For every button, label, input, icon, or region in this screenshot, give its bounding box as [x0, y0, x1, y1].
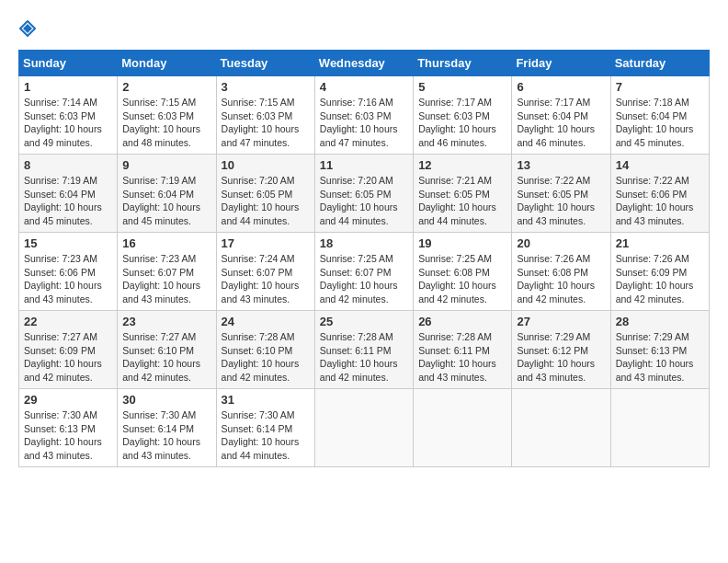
- page-header: [18, 18, 710, 35]
- calendar-day-cell: 23Sunrise: 7:27 AM Sunset: 6:10 PM Dayli…: [118, 311, 216, 389]
- calendar-day-cell: 26Sunrise: 7:28 AM Sunset: 6:11 PM Dayli…: [414, 311, 512, 389]
- day-info: Sunrise: 7:22 AM Sunset: 6:05 PM Dayligh…: [517, 174, 605, 228]
- day-info: Sunrise: 7:28 AM Sunset: 6:11 PM Dayligh…: [320, 330, 408, 385]
- calendar-weekday-header: Wednesday: [314, 51, 413, 76]
- calendar-day-cell: 15Sunrise: 7:23 AM Sunset: 6:06 PM Dayli…: [19, 233, 118, 311]
- calendar-day-cell: [314, 389, 413, 467]
- day-number: 4: [320, 80, 408, 94]
- day-info: Sunrise: 7:23 AM Sunset: 6:07 PM Dayligh…: [122, 252, 210, 306]
- day-info: Sunrise: 7:23 AM Sunset: 6:06 PM Dayligh…: [24, 252, 112, 306]
- day-info: Sunrise: 7:15 AM Sunset: 6:03 PM Dayligh…: [222, 96, 310, 150]
- day-info: Sunrise: 7:19 AM Sunset: 6:04 PM Dayligh…: [122, 174, 210, 228]
- day-number: 25: [320, 315, 408, 328]
- day-number: 30: [122, 393, 210, 407]
- calendar-day-cell: 19Sunrise: 7:25 AM Sunset: 6:08 PM Dayli…: [414, 233, 512, 311]
- day-number: 10: [222, 158, 310, 172]
- day-info: Sunrise: 7:30 AM Sunset: 6:14 PM Dayligh…: [222, 408, 310, 463]
- day-number: 17: [222, 236, 310, 250]
- calendar-day-cell: 6Sunrise: 7:17 AM Sunset: 6:04 PM Daylig…: [512, 76, 610, 155]
- day-info: Sunrise: 7:26 AM Sunset: 6:08 PM Dayligh…: [517, 252, 605, 306]
- calendar-day-cell: 10Sunrise: 7:20 AM Sunset: 6:05 PM Dayli…: [216, 155, 314, 233]
- day-number: 1: [24, 80, 112, 94]
- day-number: 12: [418, 158, 506, 172]
- calendar-weekday-header: Tuesday: [216, 51, 314, 76]
- day-number: 24: [222, 315, 310, 328]
- logo: [18, 18, 37, 35]
- calendar-day-cell: 21Sunrise: 7:26 AM Sunset: 6:09 PM Dayli…: [610, 233, 709, 311]
- calendar-week-row: 15Sunrise: 7:23 AM Sunset: 6:06 PM Dayli…: [19, 233, 710, 311]
- calendar-day-cell: 22Sunrise: 7:27 AM Sunset: 6:09 PM Dayli…: [19, 311, 118, 389]
- calendar-day-cell: 18Sunrise: 7:25 AM Sunset: 6:07 PM Dayli…: [314, 233, 413, 311]
- calendar-day-cell: [610, 389, 709, 467]
- calendar-day-cell: [512, 389, 610, 467]
- day-info: Sunrise: 7:17 AM Sunset: 6:04 PM Dayligh…: [517, 96, 605, 150]
- day-info: Sunrise: 7:25 AM Sunset: 6:08 PM Dayligh…: [418, 252, 506, 306]
- day-info: Sunrise: 7:19 AM Sunset: 6:04 PM Dayligh…: [24, 174, 112, 228]
- day-number: 23: [122, 315, 210, 328]
- calendar-weekday-header: Thursday: [414, 51, 512, 76]
- day-number: 19: [418, 236, 506, 250]
- calendar-day-cell: 30Sunrise: 7:30 AM Sunset: 6:14 PM Dayli…: [118, 389, 216, 467]
- calendar-week-row: 8Sunrise: 7:19 AM Sunset: 6:04 PM Daylig…: [19, 155, 710, 233]
- day-info: Sunrise: 7:17 AM Sunset: 6:03 PM Dayligh…: [418, 96, 506, 150]
- day-info: Sunrise: 7:27 AM Sunset: 6:09 PM Dayligh…: [24, 330, 112, 385]
- calendar-day-cell: 7Sunrise: 7:18 AM Sunset: 6:04 PM Daylig…: [610, 76, 709, 155]
- day-info: Sunrise: 7:27 AM Sunset: 6:10 PM Dayligh…: [122, 330, 210, 385]
- day-info: Sunrise: 7:20 AM Sunset: 6:05 PM Dayligh…: [320, 174, 408, 228]
- day-number: 3: [222, 80, 310, 94]
- calendar-weekday-header: Saturday: [610, 51, 709, 76]
- day-info: Sunrise: 7:16 AM Sunset: 6:03 PM Dayligh…: [320, 96, 408, 150]
- day-info: Sunrise: 7:26 AM Sunset: 6:09 PM Dayligh…: [616, 252, 704, 306]
- day-info: Sunrise: 7:25 AM Sunset: 6:07 PM Dayligh…: [320, 252, 408, 306]
- calendar-day-cell: 5Sunrise: 7:17 AM Sunset: 6:03 PM Daylig…: [414, 76, 512, 155]
- day-info: Sunrise: 7:28 AM Sunset: 6:11 PM Dayligh…: [418, 330, 506, 385]
- calendar-day-cell: 25Sunrise: 7:28 AM Sunset: 6:11 PM Dayli…: [314, 311, 413, 389]
- day-number: 9: [122, 158, 210, 172]
- day-number: 6: [517, 80, 605, 94]
- calendar-week-row: 29Sunrise: 7:30 AM Sunset: 6:13 PM Dayli…: [19, 389, 710, 467]
- calendar-header-row: SundayMondayTuesdayWednesdayThursdayFrid…: [19, 51, 710, 76]
- day-number: 31: [222, 393, 310, 407]
- day-number: 26: [418, 315, 506, 328]
- calendar-day-cell: 27Sunrise: 7:29 AM Sunset: 6:12 PM Dayli…: [512, 311, 610, 389]
- day-info: Sunrise: 7:29 AM Sunset: 6:13 PM Dayligh…: [616, 330, 704, 385]
- calendar-day-cell: 13Sunrise: 7:22 AM Sunset: 6:05 PM Dayli…: [512, 155, 610, 233]
- calendar-weekday-header: Friday: [512, 51, 610, 76]
- day-number: 16: [122, 236, 210, 250]
- day-number: 22: [24, 315, 112, 328]
- calendar-day-cell: 11Sunrise: 7:20 AM Sunset: 6:05 PM Dayli…: [314, 155, 413, 233]
- calendar-week-row: 1Sunrise: 7:14 AM Sunset: 6:03 PM Daylig…: [19, 76, 710, 155]
- calendar-day-cell: 29Sunrise: 7:30 AM Sunset: 6:13 PM Dayli…: [19, 389, 118, 467]
- day-number: 7: [616, 80, 704, 94]
- day-number: 27: [517, 315, 605, 328]
- calendar-week-row: 22Sunrise: 7:27 AM Sunset: 6:09 PM Dayli…: [19, 311, 710, 389]
- day-number: 8: [24, 158, 112, 172]
- day-info: Sunrise: 7:21 AM Sunset: 6:05 PM Dayligh…: [418, 174, 506, 228]
- day-info: Sunrise: 7:28 AM Sunset: 6:10 PM Dayligh…: [222, 330, 310, 385]
- calendar-day-cell: 16Sunrise: 7:23 AM Sunset: 6:07 PM Dayli…: [118, 233, 216, 311]
- day-number: 21: [616, 236, 704, 250]
- calendar-day-cell: 12Sunrise: 7:21 AM Sunset: 6:05 PM Dayli…: [414, 155, 512, 233]
- calendar-day-cell: 20Sunrise: 7:26 AM Sunset: 6:08 PM Dayli…: [512, 233, 610, 311]
- day-number: 2: [122, 80, 210, 94]
- calendar-day-cell: [414, 389, 512, 467]
- day-info: Sunrise: 7:20 AM Sunset: 6:05 PM Dayligh…: [222, 174, 310, 228]
- day-number: 13: [517, 158, 605, 172]
- calendar-day-cell: 3Sunrise: 7:15 AM Sunset: 6:03 PM Daylig…: [216, 76, 314, 155]
- day-info: Sunrise: 7:30 AM Sunset: 6:13 PM Dayligh…: [24, 408, 112, 463]
- calendar-day-cell: 9Sunrise: 7:19 AM Sunset: 6:04 PM Daylig…: [118, 155, 216, 233]
- day-info: Sunrise: 7:14 AM Sunset: 6:03 PM Dayligh…: [24, 96, 112, 150]
- day-number: 28: [616, 315, 704, 328]
- day-number: 18: [320, 236, 408, 250]
- day-info: Sunrise: 7:24 AM Sunset: 6:07 PM Dayligh…: [222, 252, 310, 306]
- calendar-day-cell: 31Sunrise: 7:30 AM Sunset: 6:14 PM Dayli…: [216, 389, 314, 467]
- calendar-day-cell: 2Sunrise: 7:15 AM Sunset: 6:03 PM Daylig…: [118, 76, 216, 155]
- day-number: 29: [24, 393, 112, 407]
- calendar-day-cell: 4Sunrise: 7:16 AM Sunset: 6:03 PM Daylig…: [314, 76, 413, 155]
- calendar-table: SundayMondayTuesdayWednesdayThursdayFrid…: [18, 50, 710, 467]
- day-number: 15: [24, 236, 112, 250]
- day-info: Sunrise: 7:30 AM Sunset: 6:14 PM Dayligh…: [122, 408, 210, 463]
- calendar-day-cell: 1Sunrise: 7:14 AM Sunset: 6:03 PM Daylig…: [19, 76, 118, 155]
- day-info: Sunrise: 7:29 AM Sunset: 6:12 PM Dayligh…: [517, 330, 605, 385]
- calendar-day-cell: 8Sunrise: 7:19 AM Sunset: 6:04 PM Daylig…: [19, 155, 118, 233]
